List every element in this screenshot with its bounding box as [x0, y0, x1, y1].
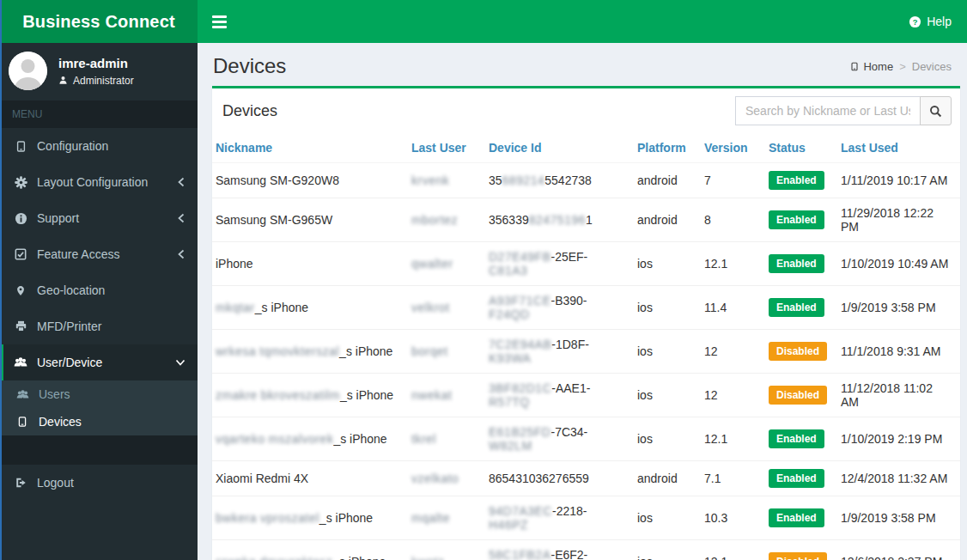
device-id-cell: D27E49FB-25EF-C81A3 — [482, 242, 630, 286]
sign-out-icon — [14, 477, 27, 489]
last-used-cell: 1/10/2019 2:19 PM — [834, 417, 960, 461]
redacted-text: vproszatel — [260, 511, 319, 525]
device-id-cell: 356339824751961 — [482, 198, 630, 242]
status-badge: Disabled — [769, 552, 827, 560]
platform-cell: ios — [630, 496, 697, 540]
redacted-text: velkrot — [411, 301, 450, 314]
table-row: Samsung SM-G920W8krvenk356892145542738an… — [212, 163, 960, 198]
device-id-cell: 356892145542738 — [482, 163, 630, 198]
app-logo[interactable]: Business Connect — [0, 0, 198, 43]
sidebar-item-users[interactable]: Users — [0, 380, 198, 408]
last-user-cell: krvenk — [404, 163, 482, 198]
user-name: imre-admin — [58, 56, 134, 70]
last-used-cell: 1/10/2019 10:49 AM — [834, 242, 960, 286]
last-user-cell: borqet — [404, 330, 482, 374]
status-cell: Enabled — [762, 163, 834, 198]
printer-icon — [14, 320, 27, 332]
table-row: Xiaomi Redmi 4Xvzelkato865431036276559an… — [212, 461, 960, 496]
redacted-text: crweka — [216, 555, 256, 560]
status-badge: Disabled — [769, 386, 827, 405]
redacted-text: C81A3 — [489, 264, 527, 277]
sidebar: imre-admin Administrator MENU Configurat… — [0, 43, 198, 560]
help-label: Help — [927, 15, 952, 28]
redacted-text: mkqtar — [216, 301, 255, 314]
redacted-text: nwekat — [411, 388, 452, 402]
sidebar-item-devices[interactable]: Devices — [0, 408, 198, 435]
sidebar-item-support[interactable]: Support — [0, 200, 198, 236]
window-edge — [0, 0, 2, 560]
redacted-text: mqalte — [411, 511, 450, 525]
redacted-text: tqmovkterszal — [259, 344, 339, 358]
sidebar-item-geo-location[interactable]: Geo-location — [0, 272, 198, 308]
breadcrumb-home[interactable]: Home — [850, 60, 893, 73]
help-link[interactable]: ? Help — [909, 15, 952, 28]
last-user-cell: nwekat — [404, 374, 482, 417]
table-row: crweka dmovrektasz_s iPhonekwotz58C1FB2A… — [212, 540, 960, 560]
sidebar-item-user-device[interactable]: User/Device — [0, 344, 198, 380]
redacted-text: 58C1FB2A — [489, 548, 550, 560]
device-id-cell: 94D7A3EC-2218-H46PZ — [482, 496, 630, 540]
sidebar-item-label: MFD/Printer — [37, 320, 101, 333]
status-badge: Enabled — [769, 429, 824, 448]
user-role-label: Administrator — [73, 75, 134, 87]
redacted-text: D27E49FB — [489, 250, 550, 264]
version-cell: 12.1 — [697, 417, 762, 461]
sidebar-item-label: Devices — [39, 415, 82, 429]
last-used-cell: 1/11/2019 10:17 AM — [834, 163, 960, 198]
breadcrumb-separator: > — [899, 60, 906, 73]
devices-panel: Devices NicknameLast UserDevice Id — [212, 86, 960, 560]
chevron-down-icon — [175, 358, 185, 367]
last-used-cell: 11/12/2018 11:02 AM — [834, 374, 960, 417]
column-header: Last Used — [834, 133, 960, 163]
platform-cell: android — [630, 198, 697, 242]
device-id-cell: E61B25FD-7C34-W82LM — [482, 417, 630, 461]
platform-cell: ios — [630, 330, 697, 374]
sidebar-item-feature-access[interactable]: Feature Access — [0, 236, 198, 272]
question-circle-icon: ? — [909, 15, 921, 28]
version-cell: 7 — [697, 163, 762, 198]
redacted-text: A93F71CE — [489, 294, 550, 307]
last-used-cell: 12/6/2018 2:37 PM — [834, 540, 960, 560]
search-input[interactable] — [735, 96, 921, 125]
table-row: mkqtar_s iPhonevelkrotA93F71CE-B390-F24Q… — [212, 286, 960, 330]
last-used-cell: 12/4/2018 11:32 AM — [834, 461, 960, 496]
users-icon — [15, 389, 29, 400]
sidebar-item-label: Logout — [37, 476, 74, 490]
sidebar-item-logout[interactable]: Logout — [0, 465, 198, 501]
redacted-text: 3BF82D1C — [489, 381, 551, 395]
sidebar-item-layout-configuration[interactable]: Layout Configuration — [0, 164, 198, 200]
redacted-text: krvenk — [411, 173, 449, 187]
version-cell: 7.1 — [697, 461, 762, 496]
redacted-text: H46PZ — [489, 518, 528, 532]
info-circle-icon — [14, 212, 27, 225]
status-cell: Enabled — [762, 198, 834, 242]
nickname-cell: zmakre bkroveszatilm_s iPhone — [212, 374, 404, 417]
nickname-cell: Samsung SM-G920W8 — [212, 163, 404, 198]
navbar: ? Help — [198, 0, 967, 43]
tablet-icon — [15, 416, 29, 428]
user-panel: imre-admin Administrator — [0, 43, 198, 100]
platform-cell: android — [630, 163, 697, 198]
status-cell: Disabled — [762, 540, 834, 560]
sidebar-item-mfd-printer[interactable]: MFD/Printer — [0, 308, 198, 344]
redacted-text: 94D7A3EC — [489, 504, 552, 518]
table-row: iPhoneqwalterD27E49FB-25EF-C81A3ios12.1E… — [212, 242, 960, 286]
version-cell: 10.3 — [697, 496, 762, 540]
last-user-cell: mbortez — [404, 198, 482, 242]
sidebar-item-label: Geo-location — [37, 283, 105, 297]
search-button[interactable] — [920, 96, 952, 125]
sidebar-item-configuration[interactable]: Configuration — [0, 128, 198, 164]
platform-cell: ios — [630, 242, 697, 286]
status-cell: Enabled — [762, 417, 834, 461]
platform-cell: android — [630, 461, 697, 496]
redacted-text: 82475196 — [529, 213, 586, 227]
page-title: Devices — [213, 54, 286, 78]
redacted-text: vzelkato — [411, 472, 459, 485]
table-row: vqarteko mszalvorek_s iPhonetkrelE61B25F… — [212, 417, 960, 461]
gear-icon — [14, 176, 27, 189]
redacted-text: R57TQ — [489, 395, 530, 409]
users-icon — [14, 356, 27, 368]
sidebar-item-label: Support — [37, 211, 79, 225]
redacted-text: F24QD — [489, 307, 530, 321]
hamburger-menu-icon[interactable] — [198, 5, 241, 39]
